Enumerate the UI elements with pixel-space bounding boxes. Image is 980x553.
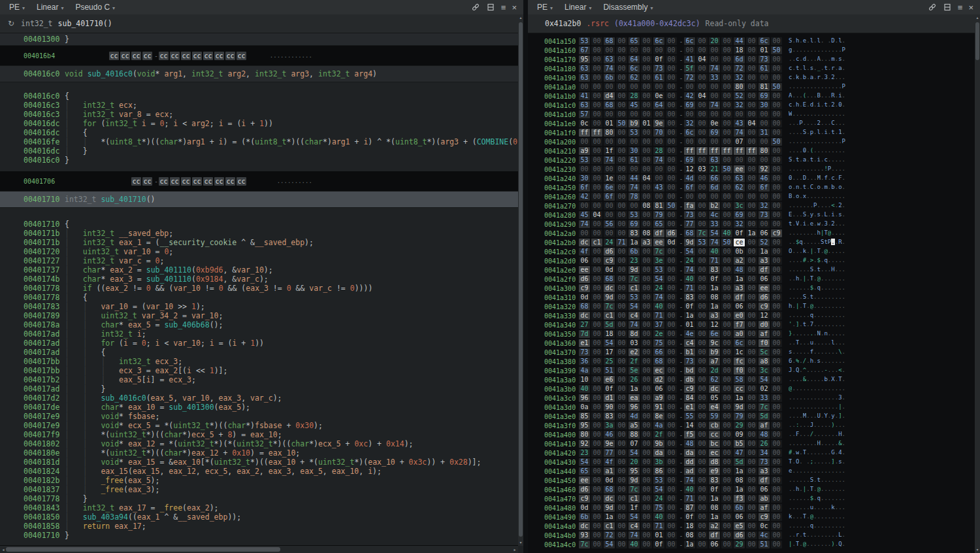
hex-byte[interactable]: 00 bbox=[616, 467, 627, 475]
hex-byte[interactable]: 00 bbox=[666, 65, 677, 73]
hex-byte[interactable]: 00 bbox=[746, 504, 757, 512]
code-line[interactable]: 00401778│ { bbox=[0, 293, 518, 302]
hex-row[interactable]: 0041a2f0d60068007c005400-40000f001a00060… bbox=[528, 275, 975, 284]
ascii-column[interactable]: ....0.(......... bbox=[789, 147, 845, 155]
menu-icon[interactable]: ≡ bbox=[958, 3, 963, 12]
breadcrumb-section[interactable]: .rsrc bbox=[586, 19, 609, 28]
hex-byte[interactable]: 00 bbox=[696, 138, 708, 146]
hex-byte[interactable]: 00 bbox=[771, 175, 782, 182]
hex-byte[interactable]: 00 bbox=[591, 412, 602, 420]
hex-byte[interactable]: 52 bbox=[734, 92, 745, 100]
hex-byte[interactable]: 04 bbox=[641, 175, 652, 182]
hex-byte[interactable]: 06 bbox=[653, 385, 664, 393]
hex-byte[interactable]: 00 bbox=[721, 394, 732, 402]
hex-byte[interactable]: 00 bbox=[641, 165, 652, 173]
ascii-column[interactable]: s.....f.......\. bbox=[789, 348, 845, 356]
hex-byte[interactable]: 73 bbox=[759, 458, 770, 466]
hex-byte[interactable]: 00 bbox=[666, 303, 677, 310]
hex-byte[interactable]: ea bbox=[629, 394, 640, 402]
hex-byte[interactable]: 21 bbox=[709, 165, 720, 173]
hex-byte[interactable]: 00 bbox=[579, 229, 590, 237]
hex-byte[interactable]: 00 bbox=[641, 422, 652, 429]
hex-byte[interactable]: 0c bbox=[579, 120, 590, 127]
hex-byte[interactable]: 00 bbox=[666, 184, 677, 192]
hex-byte[interactable]: 00 bbox=[684, 46, 695, 54]
hex-byte[interactable]: 00 bbox=[666, 513, 677, 521]
hex-byte[interactable]: 00 bbox=[746, 83, 757, 91]
code-line[interactable]: 004017e9│ │ void* ecx_5 = *(uint32_t*)((… bbox=[0, 421, 518, 430]
hex-byte[interactable]: 58 bbox=[734, 376, 745, 384]
hex-byte[interactable]: 06 bbox=[579, 257, 590, 265]
hex-byte[interactable]: 1a bbox=[734, 394, 745, 402]
hex-byte[interactable]: 00 bbox=[591, 37, 602, 45]
hex-byte[interactable]: 37 bbox=[653, 321, 664, 329]
hex-byte[interactable]: ff bbox=[734, 147, 745, 155]
code-line[interactable]: 004016c0{ bbox=[0, 92, 518, 101]
hex-byte[interactable]: 01 bbox=[604, 120, 615, 127]
hex-byte[interactable]: 00 bbox=[746, 56, 757, 63]
hex-byte[interactable]: 00 bbox=[771, 403, 782, 411]
hex-byte[interactable]: c9 bbox=[579, 495, 590, 503]
hex-byte[interactable]: 00 bbox=[709, 46, 720, 54]
hex-byte[interactable]: 00 bbox=[709, 56, 720, 63]
hex-byte[interactable]: 1f bbox=[629, 504, 640, 512]
hex-byte[interactable]: 6d bbox=[734, 56, 745, 63]
hex-byte[interactable]: 00 bbox=[666, 522, 677, 530]
hex-byte[interactable]: 00 bbox=[746, 376, 757, 384]
hex-row[interactable]: 0041a3a01000e6002600d200-db0062005800540… bbox=[528, 375, 975, 384]
hex-byte[interactable]: 00 bbox=[616, 65, 627, 73]
ascii-column[interactable]: ..r.t.........L. bbox=[789, 531, 845, 539]
hex-row[interactable]: 0041a4b09300720074000100-0800df00d6004c0… bbox=[528, 531, 975, 540]
hex-byte[interactable]: 00 bbox=[616, 275, 627, 283]
hex-byte[interactable]: 00 bbox=[666, 293, 677, 301]
hex-byte[interactable]: 00 bbox=[591, 74, 602, 82]
ascii-column[interactable]: ......$.q....... bbox=[789, 284, 845, 292]
hex-byte[interactable]: 0f bbox=[684, 303, 695, 310]
hex-byte[interactable]: 00 bbox=[666, 376, 677, 384]
hex-byte[interactable]: 45 bbox=[579, 211, 590, 219]
hex-byte[interactable]: af bbox=[759, 330, 770, 338]
hex-byte[interactable]: 6c bbox=[653, 37, 664, 45]
hex-byte[interactable]: 72 bbox=[734, 65, 745, 73]
hex-byte[interactable]: 33 bbox=[709, 220, 720, 228]
hex-byte[interactable]: 00 bbox=[591, 467, 602, 475]
hex-byte[interactable]: 00 bbox=[771, 330, 782, 338]
hex-byte[interactable]: 69 bbox=[734, 211, 745, 219]
hex-byte[interactable]: 50 bbox=[666, 202, 677, 210]
hex-byte[interactable]: e2 bbox=[629, 348, 640, 356]
hex-byte[interactable]: 00 bbox=[771, 101, 782, 109]
hex-byte[interactable]: 52 bbox=[759, 239, 770, 246]
hex-byte[interactable]: ce bbox=[734, 239, 745, 246]
hex-byte[interactable]: 69 bbox=[709, 129, 720, 137]
hex-byte[interactable]: 0f bbox=[734, 229, 745, 237]
hex-byte[interactable]: df bbox=[759, 477, 770, 484]
hex-byte[interactable]: 00 bbox=[771, 248, 782, 256]
ascii-column[interactable]: ....S.p.l.i.t.1. bbox=[789, 129, 845, 137]
hex-row[interactable]: 0041a4906b001a0054004000-0f001a000600c90… bbox=[528, 512, 975, 522]
hex-byte[interactable]: 50 bbox=[771, 83, 782, 91]
hex-byte[interactable]: 9e bbox=[604, 440, 615, 448]
hex-byte[interactable]: 00 bbox=[591, 367, 602, 375]
hex-byte[interactable]: 00 bbox=[709, 110, 720, 118]
hex-byte[interactable]: 9d bbox=[629, 477, 640, 484]
hex-byte[interactable]: 00 bbox=[759, 138, 770, 146]
hex-byte[interactable]: c4 bbox=[684, 339, 695, 347]
hex-byte[interactable]: 00 bbox=[616, 339, 627, 347]
hex-byte[interactable]: 73 bbox=[579, 348, 590, 356]
hex-byte[interactable]: 4c bbox=[709, 211, 720, 219]
hex-byte[interactable]: 68 bbox=[604, 101, 615, 109]
hex-byte[interactable]: 0f bbox=[709, 275, 720, 283]
hex-byte[interactable]: 00 bbox=[746, 531, 757, 539]
hex-byte[interactable]: 56 bbox=[604, 220, 615, 228]
hex-byte[interactable]: 74 bbox=[709, 101, 720, 109]
hex-byte[interactable]: 04 bbox=[696, 56, 708, 63]
hex-byte[interactable]: 00 bbox=[771, 147, 782, 155]
hex-byte[interactable]: f7 bbox=[734, 321, 745, 329]
hex-byte[interactable]: 00 bbox=[616, 477, 627, 484]
hex-byte[interactable]: dc bbox=[604, 495, 615, 503]
hex-byte[interactable]: 00 bbox=[666, 449, 677, 457]
hex-byte[interactable]: b1 bbox=[684, 348, 695, 356]
hex-byte[interactable]: 00 bbox=[746, 303, 757, 310]
hex-byte[interactable]: df bbox=[653, 229, 664, 237]
hex-byte[interactable]: 00 bbox=[591, 440, 602, 448]
